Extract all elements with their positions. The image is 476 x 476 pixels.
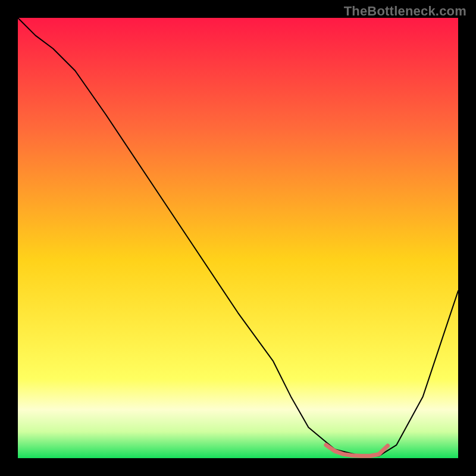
- watermark-text: TheBottleneck.com: [344, 4, 466, 19]
- chart-canvas: [18, 18, 458, 458]
- chart-stage: TheBottleneck.com: [0, 0, 476, 476]
